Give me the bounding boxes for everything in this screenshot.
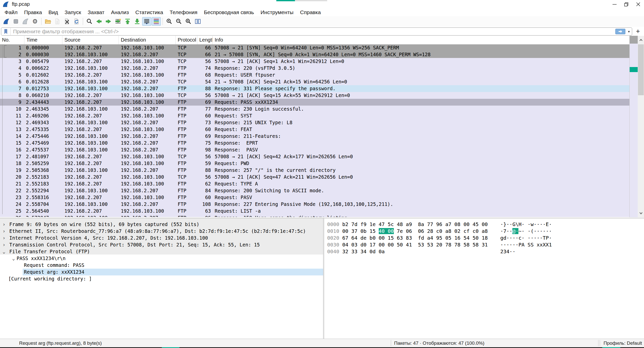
packet-row[interactable]: 172.481097192.168.2.207192.168.103.100TC… xyxy=(0,153,630,160)
packet-row[interactable]: 212.552183192.168.2.207192.168.103.100FT… xyxy=(0,180,630,187)
colorize-toggle[interactable] xyxy=(152,17,161,26)
packet-row[interactable]: 10.000000192.168.2.207192.168.103.100TCP… xyxy=(0,44,630,51)
find-packet-button[interactable] xyxy=(85,17,94,26)
column-header-info[interactable]: Info xyxy=(213,36,630,44)
packet-row[interactable]: 122.469343192.168.103.100192.168.2.207FT… xyxy=(0,119,630,126)
intelligent-scrollbar-minimap[interactable] xyxy=(629,36,638,217)
open-file-button[interactable] xyxy=(43,17,52,26)
detail-line[interactable]: ›Internet Protocol Version 4, Src: 192.1… xyxy=(0,235,323,241)
auto-scroll-toggle[interactable] xyxy=(142,17,151,26)
hex-line[interactable]: 001000 37 0b 15 40 00 7e 06 06 28 c0 a8 … xyxy=(324,228,644,235)
menu-item-go[interactable]: Запуск xyxy=(61,8,85,16)
packet-row[interactable]: 132.475335192.168.2.207192.168.103.100FT… xyxy=(0,126,630,133)
tree-collapsed-arrow-icon[interactable]: › xyxy=(3,235,5,241)
filter-apply-button[interactable] xyxy=(615,29,625,34)
packet-row[interactable]: 162.475537192.168.103.100192.168.2.207FT… xyxy=(0,146,630,153)
packet-list-scrollbar[interactable] xyxy=(638,36,644,217)
packet-row[interactable]: 202.552183192.168.2.207192.168.103.100TC… xyxy=(0,174,630,180)
first-packet-button[interactable] xyxy=(123,17,132,26)
capture-comment-icon[interactable] xyxy=(11,340,17,346)
minimize-button[interactable] xyxy=(609,0,620,8)
menu-item-view[interactable]: Вид xyxy=(45,8,61,16)
detail-line[interactable]: ⌄File Transfer Protocol (FTP) xyxy=(0,248,323,255)
hex-line[interactable]: 003004 03 d0 17 00 00 50 41 53 53 20 78 … xyxy=(324,241,644,248)
packet-row[interactable]: 60.012628192.168.103.100192.168.2.207TCP… xyxy=(0,78,630,85)
tree-collapsed-arrow-icon[interactable]: › xyxy=(3,221,5,228)
packet-row[interactable]: 50.012602192.168.2.207192.168.103.100FTP… xyxy=(0,72,630,78)
packet-row[interactable]: 92.434443192.168.2.207192.168.103.100FTP… xyxy=(0,99,630,106)
packet-row[interactable]: 70.012753192.168.103.100192.168.2.207FTP… xyxy=(0,85,630,92)
packet-row[interactable]: 262.572047192.168.103.100192.168.2.207FT… xyxy=(0,214,630,217)
menu-item-telephony[interactable]: Телефония xyxy=(166,8,201,16)
restart-capture-button[interactable] xyxy=(21,17,30,26)
detail-line[interactable]: ⌄PASS xxXX1234\r\n xyxy=(0,255,323,262)
filter-dropdown-caret[interactable]: ▾ xyxy=(626,29,632,34)
resize-columns-button[interactable] xyxy=(193,17,202,26)
tree-collapsed-arrow-icon[interactable]: › xyxy=(3,228,5,234)
packet-row[interactable]: 252.564540192.168.2.207192.168.103.100FT… xyxy=(0,208,630,214)
detail-line[interactable]: ›Transmission Control Protocol, Src Port… xyxy=(0,241,323,248)
column-header-length[interactable]: Length xyxy=(197,36,213,44)
menu-item-tools[interactable]: Инструменты xyxy=(257,8,297,16)
column-header-destination[interactable]: Destination xyxy=(119,36,176,44)
zoom-in-button[interactable] xyxy=(165,17,174,26)
packet-row[interactable]: 142.475446192.168.103.100192.168.2.207FT… xyxy=(0,133,630,140)
expert-info-icon[interactable] xyxy=(3,340,9,346)
packet-row[interactable]: 152.475469192.168.103.100192.168.2.207FT… xyxy=(0,140,630,146)
packet-row[interactable]: 192.505368192.168.103.100192.168.2.207FT… xyxy=(0,167,630,174)
column-header-time[interactable]: Time xyxy=(24,36,62,44)
last-packet-button[interactable] xyxy=(133,17,142,26)
packet-row[interactable]: 80.060210192.168.2.207192.168.103.100TCP… xyxy=(0,92,630,99)
column-header-no[interactable]: No. xyxy=(0,36,24,44)
reload-file-button[interactable] xyxy=(72,17,81,26)
detail-line[interactable]: [Current working directory: ] xyxy=(0,275,323,282)
detail-line[interactable]: Request arg: xxXX1234 xyxy=(0,269,323,275)
zoom-out-button[interactable] xyxy=(174,17,183,26)
packet-row[interactable]: 102.463345192.168.103.100192.168.2.207FT… xyxy=(0,106,630,112)
menu-item-wireless[interactable]: Беспроводная связь xyxy=(201,8,257,16)
scrollbar-down-button[interactable] xyxy=(638,209,644,217)
zoom-reset-button[interactable] xyxy=(184,17,193,26)
start-capture-button[interactable] xyxy=(2,17,11,26)
menu-item-file[interactable]: Файл xyxy=(1,8,21,16)
status-profile[interactable]: Профиль: Default xyxy=(603,339,642,347)
filter-add-button[interactable]: + xyxy=(634,27,642,35)
close-file-button[interactable] xyxy=(62,17,71,26)
next-packet-button[interactable] xyxy=(104,17,113,26)
menu-item-statistics[interactable]: Статистика xyxy=(132,8,166,16)
packet-row[interactable]: 112.469206192.168.2.207192.168.103.100FT… xyxy=(0,112,630,119)
scrollbar-thumb[interactable] xyxy=(638,44,644,95)
menu-item-analyze[interactable]: Анализ xyxy=(108,8,132,16)
capture-options-button[interactable]: ⚙ xyxy=(30,17,40,26)
packet-row[interactable]: 40.006622192.168.103.100192.168.2.207FTP… xyxy=(0,65,630,72)
tree-expanded-arrow-icon[interactable]: ⌄ xyxy=(3,248,5,255)
tree-expanded-arrow-icon[interactable]: ⌄ xyxy=(12,255,15,262)
menu-item-capture[interactable]: Захват xyxy=(84,8,108,16)
stop-capture-button[interactable] xyxy=(11,17,20,26)
save-file-button[interactable] xyxy=(53,17,62,26)
packet-row[interactable]: 30.005479192.168.2.207192.168.103.100TCP… xyxy=(0,58,630,65)
packet-row[interactable]: 20.000030192.168.103.100192.168.2.207TCP… xyxy=(0,51,630,58)
menu-item-edit[interactable]: Правка xyxy=(21,8,45,16)
detail-line[interactable]: Request command: PASS xyxy=(0,262,323,269)
hex-line[interactable]: 002067 64 de b0 00 15 63 83 fd a4 95 05 … xyxy=(324,235,644,241)
column-header-source[interactable]: Source xyxy=(62,36,119,44)
column-header-protocol[interactable]: Protocol xyxy=(176,36,197,44)
hex-line[interactable]: 004032 33 34 0d 0a234·· xyxy=(324,248,644,255)
menu-item-help[interactable]: Справка xyxy=(297,8,324,16)
packet-row[interactable]: 222.552294192.168.103.100192.168.2.207FT… xyxy=(0,187,630,194)
packet-row[interactable]: 242.558704192.168.103.100192.168.2.207FT… xyxy=(0,201,630,208)
scrollbar-up-button[interactable] xyxy=(638,36,644,44)
detail-line[interactable]: ›Frame 9: 69 bytes on wire (552 bits), 6… xyxy=(0,221,323,228)
tree-collapsed-arrow-icon[interactable]: › xyxy=(3,241,5,248)
close-button[interactable] xyxy=(632,0,644,8)
packet-row[interactable]: 182.505259192.168.2.207192.168.103.100FT… xyxy=(0,160,630,167)
detail-line[interactable]: ›Ethernet II, Src: Routerboardc_77:96:a7… xyxy=(0,228,323,235)
filter-bookmark-icon[interactable] xyxy=(1,28,11,35)
restore-button[interactable] xyxy=(620,0,632,8)
go-to-packet-button[interactable] xyxy=(113,17,123,26)
hex-line[interactable]: 0000b2 7d f9 1e 47 5c 48 a9 8a 77 96 a7 … xyxy=(324,221,644,228)
packet-row[interactable]: 232.558316192.168.2.207192.168.103.100FT… xyxy=(0,194,630,201)
display-filter-input[interactable] xyxy=(11,28,615,35)
previous-packet-button[interactable] xyxy=(94,17,103,26)
